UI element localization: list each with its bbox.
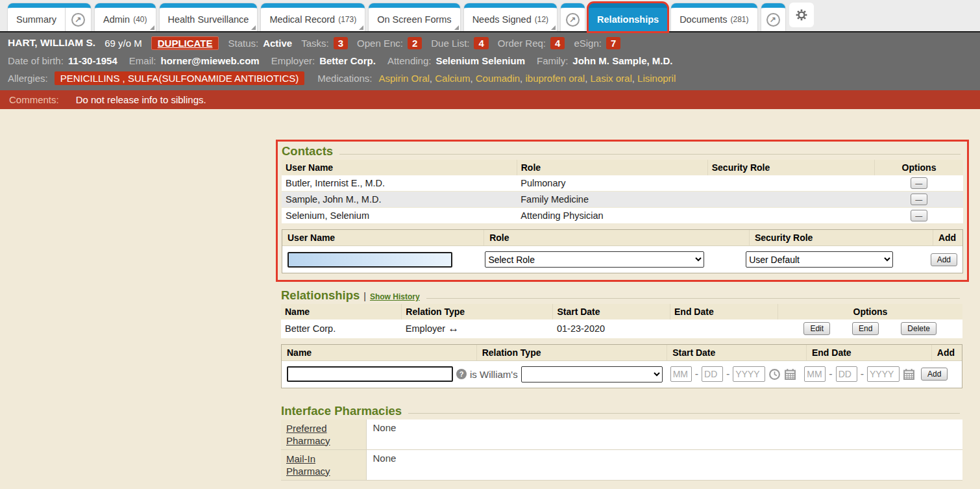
contact-user-name-input[interactable] bbox=[288, 252, 452, 268]
end-year-input[interactable] bbox=[867, 366, 900, 382]
preferred-pharmacy-value: None bbox=[366, 420, 962, 450]
popout-arrow-icon bbox=[566, 13, 580, 27]
remove-contact-button[interactable]: — bbox=[911, 210, 927, 221]
duplicate-badge[interactable]: DUPLICATE bbox=[151, 36, 219, 50]
preferred-pharmacy-link[interactable]: Preferred Pharmacy bbox=[286, 422, 341, 447]
add-relationship-box: Name Relation Type Start Date End Date A… bbox=[281, 344, 962, 388]
contact-row: Selenium, Selenium Attending Physician — bbox=[282, 208, 963, 224]
col-security-role: Security Role bbox=[707, 160, 874, 175]
tab-bar: Summary Admin(40) Health Surveillance Me… bbox=[0, 0, 980, 32]
relationship-end-date bbox=[670, 320, 778, 338]
add-contact-col-role: Role bbox=[484, 230, 749, 245]
contact-user-name: Sample, John M., M.D. bbox=[282, 192, 517, 208]
add-contact-button[interactable]: Add bbox=[931, 253, 957, 266]
end-day-input[interactable] bbox=[836, 366, 857, 382]
medication-link[interactable]: Coumadin bbox=[476, 73, 520, 84]
help-icon[interactable] bbox=[456, 369, 467, 379]
contact-security-role bbox=[707, 208, 874, 224]
attending-value: Selenium Selenium bbox=[435, 55, 525, 66]
add-rel-col-name: Name bbox=[282, 345, 476, 360]
remove-contact-button[interactable]: — bbox=[911, 194, 927, 205]
delete-relationship-button[interactable]: Delete bbox=[901, 322, 937, 335]
possessive-text: is William's bbox=[470, 369, 518, 380]
dob-value: 11-30-1954 bbox=[68, 55, 117, 66]
medication-link[interactable]: Calcium bbox=[435, 73, 470, 84]
start-date-picker-button[interactable] bbox=[784, 368, 796, 381]
add-contact-col-security-role: Security Role bbox=[749, 230, 933, 245]
tab-medical-record[interactable]: Medical Record(173) bbox=[261, 3, 365, 31]
needs-signed-popout-button[interactable] bbox=[561, 3, 585, 31]
medication-separator: , bbox=[470, 73, 475, 84]
order-req-badge[interactable]: 4 bbox=[550, 37, 565, 49]
allergies-badge[interactable]: PENICILLINS , SULFA(SULFONAMIDE ANTIBIOT… bbox=[55, 71, 305, 85]
pharmacy-row: Mail-In Pharmacy None bbox=[281, 449, 962, 480]
contact-role-select[interactable]: Select Role bbox=[485, 251, 704, 268]
employer-label: Employer: bbox=[271, 55, 315, 66]
divider: | bbox=[363, 291, 366, 301]
tab-summary-label: Summary bbox=[16, 14, 56, 25]
tab-count: (12) bbox=[535, 15, 548, 24]
medications-list: Aspirin Oral, Calcium, Coumadin, ibuprof… bbox=[379, 73, 676, 84]
contact-security-role-select[interactable]: User Default bbox=[746, 251, 893, 268]
relationship-start-date: 01-23-2020 bbox=[553, 320, 670, 338]
contact-user-name: Butler, Internist E., M.D. bbox=[282, 175, 517, 192]
attending-label: Attending: bbox=[387, 55, 432, 66]
allergies-label: Allergies: bbox=[8, 73, 48, 84]
tab-documents[interactable]: Documents(281) bbox=[671, 3, 757, 31]
start-year-input[interactable] bbox=[733, 366, 765, 382]
medication-link[interactable]: Lisinopril bbox=[637, 73, 676, 84]
contact-row: Butler, Internist E., M.D. Pulmonary — bbox=[282, 175, 963, 192]
email-value: horner@mieweb.com bbox=[160, 55, 259, 66]
col-name: Name bbox=[281, 304, 402, 320]
add-contact-col-add: Add bbox=[933, 230, 962, 245]
relation-type-select[interactable] bbox=[521, 366, 663, 382]
tab-on-screen-forms[interactable]: On Screen Forms bbox=[369, 3, 459, 31]
col-user-name: User Name bbox=[282, 160, 517, 175]
esign-badge[interactable]: 7 bbox=[606, 37, 620, 49]
col-options: Options bbox=[875, 160, 964, 175]
tasks-badge[interactable]: 3 bbox=[334, 37, 348, 49]
start-month-input[interactable] bbox=[670, 366, 692, 382]
add-relationship-button[interactable]: Add bbox=[921, 368, 948, 381]
show-history-link[interactable]: Show History bbox=[370, 292, 420, 301]
comments-bar: Comments: Do not release info to sibling… bbox=[0, 90, 980, 109]
col-start-date: Start Date bbox=[553, 304, 670, 320]
documents-popout-button[interactable] bbox=[761, 3, 785, 31]
end-date-picker-button[interactable] bbox=[903, 368, 915, 381]
pharmacies-title: Interface Pharmacies bbox=[281, 404, 402, 418]
due-list-badge[interactable]: 4 bbox=[474, 37, 488, 49]
status-value: Active bbox=[263, 38, 292, 49]
start-day-input[interactable] bbox=[702, 366, 723, 382]
mail-in-pharmacy-value: None bbox=[366, 449, 962, 480]
settings-button[interactable] bbox=[789, 3, 814, 27]
tab-health-surveillance[interactable]: Health Surveillance bbox=[160, 3, 258, 31]
gear-icon bbox=[794, 8, 809, 22]
interface-pharmacies-section: Interface Pharmacies Preferred Pharmacy … bbox=[281, 404, 962, 481]
relationship-name-input[interactable] bbox=[287, 366, 453, 382]
end-month-input[interactable] bbox=[804, 366, 826, 382]
calendar-icon bbox=[784, 368, 796, 381]
end-relationship-button[interactable]: End bbox=[852, 322, 879, 335]
medication-link[interactable]: Lasix oral bbox=[591, 73, 632, 84]
tab-relationships[interactable]: Relationships bbox=[589, 3, 667, 31]
tab-count: (173) bbox=[338, 15, 356, 24]
remove-contact-button[interactable]: — bbox=[911, 177, 927, 189]
tab-needs-signed[interactable]: Needs Signed(12) bbox=[464, 3, 557, 31]
contacts-title: Contacts bbox=[282, 144, 333, 158]
tasks-label: Tasks: bbox=[301, 38, 329, 49]
tab-summary[interactable]: Summary bbox=[8, 3, 91, 31]
open-enc-badge[interactable]: 2 bbox=[408, 37, 422, 49]
dob-label: Date of birth: bbox=[8, 55, 64, 66]
edit-relationship-button[interactable]: Edit bbox=[803, 322, 830, 335]
relationship-type: Employer bbox=[406, 323, 445, 334]
summary-popout-button[interactable] bbox=[65, 8, 91, 31]
medication-link[interactable]: Aspirin Oral bbox=[379, 73, 430, 84]
comments-label: Comments: bbox=[9, 94, 59, 105]
mail-in-pharmacy-link[interactable]: Mail-In Pharmacy bbox=[286, 453, 341, 477]
add-rel-col-start-date: Start Date bbox=[667, 345, 806, 360]
time-picker-button[interactable] bbox=[768, 368, 781, 381]
relationship-row: Better Corp. Employer ↔ 01-23-2020 Edit … bbox=[281, 320, 962, 338]
bidirectional-arrow-icon: ↔ bbox=[448, 322, 459, 334]
medication-link[interactable]: ibuprofen oral bbox=[525, 73, 585, 84]
tab-admin[interactable]: Admin(40) bbox=[95, 3, 155, 31]
